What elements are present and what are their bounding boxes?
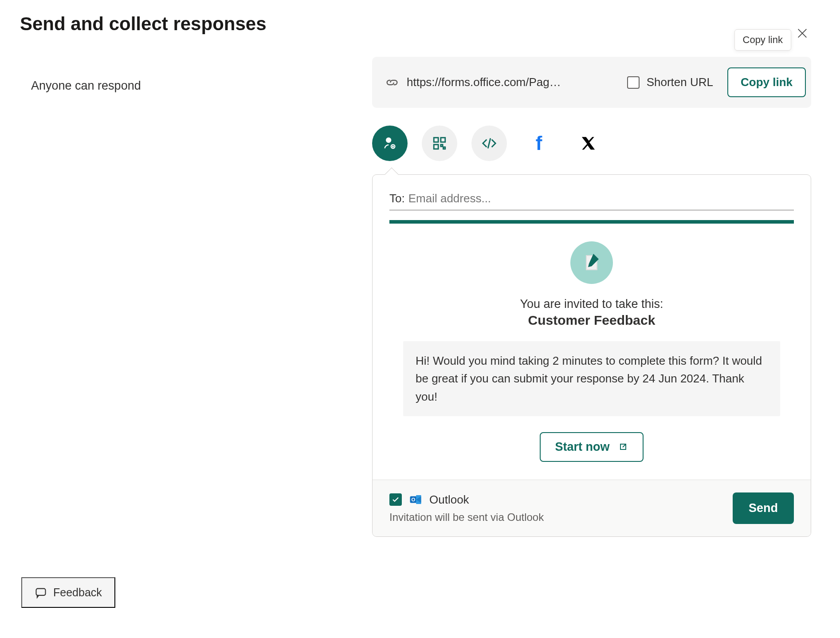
email-card: To: You are invited to take this: Custom… [372, 174, 811, 537]
facebook-share[interactable]: f [521, 126, 557, 161]
code-icon [482, 136, 497, 151]
outlook-label: Outlook [429, 493, 469, 507]
svg-point-0 [386, 138, 391, 142]
close-icon [796, 27, 809, 39]
start-now-label: Start now [555, 440, 609, 454]
copy-link-button[interactable]: Copy link [727, 67, 806, 97]
accent-bar [389, 220, 794, 224]
copy-link-tooltip: Copy link [734, 29, 791, 51]
shorten-url-checkbox[interactable] [627, 76, 640, 89]
open-external-icon [618, 441, 628, 452]
x-share[interactable] [571, 126, 606, 161]
invite-line: You are invited to take this: [520, 297, 663, 311]
embed-tab[interactable] [471, 126, 507, 161]
link-icon [385, 76, 399, 89]
start-now-button[interactable]: Start now [540, 432, 643, 462]
feedback-button[interactable]: Feedback [21, 577, 115, 608]
person-share-icon [382, 136, 397, 151]
svg-rect-4 [434, 145, 438, 149]
to-label: To: [389, 192, 405, 205]
svg-rect-10 [36, 588, 46, 595]
form-name: Customer Feedback [528, 313, 656, 328]
email-to-input[interactable] [408, 192, 794, 205]
svg-text:O: O [412, 497, 416, 502]
svg-rect-5 [441, 145, 443, 146]
qr-tab[interactable] [422, 126, 457, 161]
feedback-label: Feedback [53, 586, 102, 599]
invite-tab[interactable] [372, 126, 408, 161]
check-icon [392, 496, 400, 504]
page-title: Send and collect responses [20, 13, 267, 35]
qr-icon [432, 136, 447, 151]
send-button[interactable]: Send [733, 492, 794, 524]
shorten-url-label: Shorten URL [647, 75, 713, 89]
outlook-subtext: Invitation will be sent via Outlook [389, 511, 544, 524]
close-button[interactable] [793, 24, 811, 42]
svg-rect-2 [434, 138, 438, 142]
permission-label[interactable]: Anyone can respond [31, 79, 141, 93]
email-message[interactable]: Hi! Would you mind taking 2 minutes to c… [403, 341, 780, 416]
outlook-checkbox[interactable] [389, 493, 402, 506]
chat-icon [35, 587, 47, 599]
svg-rect-3 [441, 138, 445, 142]
x-icon [581, 136, 596, 151]
link-bar: Copy link https://forms.office.com/Pag… … [372, 57, 811, 108]
form-url[interactable]: https://forms.office.com/Pag… [407, 75, 561, 89]
survey-icon [570, 241, 613, 284]
facebook-icon: f [536, 132, 542, 154]
outlook-icon: O [409, 493, 422, 506]
svg-rect-6 [444, 147, 445, 149]
